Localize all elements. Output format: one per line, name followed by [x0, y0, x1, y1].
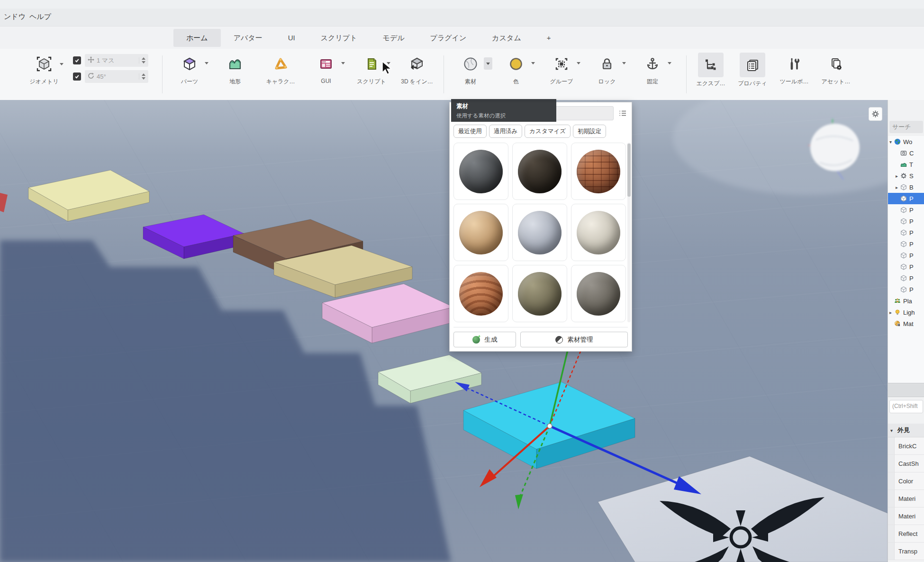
tab-アバター[interactable]: アバター: [221, 29, 275, 47]
color-button[interactable]: 色: [493, 53, 539, 86]
material-swatch-warm-gray[interactable]: [571, 265, 626, 322]
material-swatch-olive[interactable]: [512, 265, 567, 322]
viewport-settings-button[interactable]: [869, 107, 882, 121]
character-button[interactable]: キャラク…: [258, 53, 303, 86]
tab-UI[interactable]: UI: [275, 29, 308, 47]
chevron-down-icon[interactable]: [622, 62, 626, 64]
explorer-item-Pla[interactable]: Pla: [888, 295, 924, 307]
tab-スクリプト[interactable]: スクリプト: [308, 29, 370, 47]
ribbon-group-edit: 素材 色 グループ: [448, 53, 675, 86]
explorer-item-P[interactable]: P: [888, 227, 924, 238]
explorer-item-P[interactable]: P: [888, 238, 924, 250]
explorer-item-B[interactable]: ▸B: [888, 181, 924, 193]
menu-item-help[interactable]: ヘルプ: [29, 12, 51, 21]
import-3d-button[interactable]: 3D をイン…: [394, 53, 440, 86]
explorer-item-C[interactable]: C: [888, 147, 924, 159]
chevron-down-icon[interactable]: [341, 62, 345, 64]
cube-icon: [900, 252, 908, 259]
material-swatch-brick[interactable]: [571, 143, 626, 200]
explorer-item-P[interactable]: P: [888, 272, 924, 284]
tab-プラグイン[interactable]: プラグイン: [417, 29, 480, 47]
property-row-BrickC[interactable]: BrickC: [888, 437, 924, 455]
property-row-Transp[interactable]: Transp: [888, 543, 924, 560]
material-swatch-orange-weave[interactable]: [453, 265, 508, 322]
material-filter-tab[interactable]: 適用済み: [489, 125, 522, 138]
rotate-snap-checkbox[interactable]: [73, 73, 81, 81]
material-swatch-cream[interactable]: [571, 204, 626, 261]
parts-button[interactable]: パーツ: [167, 53, 212, 86]
asset-pages-icon: [829, 53, 843, 75]
material-manager-button[interactable]: 素材管理: [520, 332, 628, 347]
list-view-icon[interactable]: [617, 108, 628, 118]
chevron-down-icon[interactable]: [484, 57, 492, 70]
tab-ホーム[interactable]: ホーム: [173, 29, 221, 47]
material-icon: [894, 320, 902, 327]
ribbon-toolbar: ジオメトリ 1 マス: [0, 49, 924, 100]
tab-カスタム[interactable]: カスタム: [479, 29, 534, 47]
tab-モデル[interactable]: モデル: [370, 29, 417, 47]
properties-toggle-button[interactable]: プロパティ: [732, 53, 773, 88]
chevron-down-icon[interactable]: [205, 62, 208, 64]
chevron-down-icon[interactable]: [668, 62, 671, 64]
material-filter-tab[interactable]: 初期設定: [573, 125, 606, 138]
explorer-item-T[interactable]: T: [888, 159, 924, 170]
chevron-right-icon[interactable]: ▸: [896, 173, 900, 179]
tab-plus[interactable]: +: [534, 29, 564, 47]
rotate-snap-field[interactable]: 45°: [85, 70, 148, 83]
chevron-down-icon[interactable]: [531, 62, 535, 64]
material-swatch-near-black[interactable]: [512, 143, 567, 200]
menu-item-window[interactable]: ンドウ: [4, 12, 26, 21]
property-row-CastSh[interactable]: CastSh: [888, 455, 924, 472]
group-icon: [554, 53, 569, 75]
property-row-Materi[interactable]: Materi: [888, 508, 924, 525]
explorer-item-P[interactable]: P: [888, 261, 924, 272]
explorer-item-P[interactable]: P: [888, 250, 924, 261]
lock-button[interactable]: ロック: [584, 53, 630, 86]
material-sphere: [518, 272, 562, 316]
viewport-3d-scene[interactable]: [0, 100, 888, 562]
group-button[interactable]: グループ: [539, 53, 584, 86]
rotate-snap-stepper[interactable]: [139, 73, 145, 80]
material-filter-tab[interactable]: カスタマイズ: [525, 125, 571, 138]
terrain-button[interactable]: 地形: [212, 53, 258, 86]
chevron-down-icon[interactable]: ▾: [889, 139, 894, 145]
chevron-right-icon[interactable]: ▸: [889, 310, 894, 315]
right-dock-panel: サーチ ▾WoCT▸S▸BPPPPPPPPPPla▸LighMat (Ctrl+…: [888, 100, 924, 562]
chevron-right-icon[interactable]: ▸: [896, 185, 900, 190]
properties-filter-input[interactable]: (Ctrl+Shift: [889, 400, 923, 413]
explorer-item-P[interactable]: P: [888, 193, 924, 204]
explorer-search-input[interactable]: サーチ: [889, 121, 923, 133]
cube-icon: [900, 275, 908, 281]
chevron-down-icon[interactable]: [60, 63, 63, 65]
explorer-item-P[interactable]: P: [888, 284, 924, 295]
explorer-item-S[interactable]: ▸S: [888, 170, 924, 181]
explorer-toggle-button[interactable]: エクスプ…: [690, 53, 732, 88]
explorer-item-Mat[interactable]: Mat: [888, 318, 924, 329]
explorer-item-label: P: [909, 207, 914, 214]
geometry-tool-button[interactable]: ジオメトリ: [18, 53, 70, 86]
material-button[interactable]: 素材: [448, 53, 493, 86]
toolbox-toggle-button[interactable]: ツールボ…: [773, 53, 815, 88]
properties-section-appearance[interactable]: ▾ 外見: [888, 424, 924, 437]
move-snap-field[interactable]: 1 マス: [85, 54, 148, 67]
property-row-Color[interactable]: Color: [888, 472, 924, 490]
asset-manager-button[interactable]: アセット…: [815, 53, 857, 88]
explorer-item-P[interactable]: P: [888, 216, 924, 227]
explorer-item-P[interactable]: P: [888, 204, 924, 216]
move-snap-checkbox[interactable]: [73, 56, 81, 64]
property-row-Reflect[interactable]: Reflect: [888, 525, 924, 543]
explorer-item-Ligh[interactable]: ▸Ligh: [888, 307, 924, 318]
material-filter-tab[interactable]: 最近使用: [453, 125, 487, 138]
gui-button[interactable]: GUI: [303, 53, 349, 86]
chevron-down-icon[interactable]: [577, 62, 580, 64]
explorer-item-Wo[interactable]: ▾Wo: [888, 136, 924, 147]
material-swatch-blue-gray[interactable]: [512, 204, 567, 261]
move-snap-stepper[interactable]: [139, 57, 145, 63]
property-row-Materi[interactable]: Materi: [888, 490, 924, 508]
properties-panel-header[interactable]: [888, 383, 924, 397]
material-swatch-tan[interactable]: [453, 204, 508, 261]
generate-material-button[interactable]: 生成: [453, 332, 516, 347]
material-swatch-dark-gray[interactable]: [453, 143, 508, 200]
material-grid-scrollbar[interactable]: [627, 143, 631, 322]
anchor-button[interactable]: 固定: [630, 53, 675, 86]
